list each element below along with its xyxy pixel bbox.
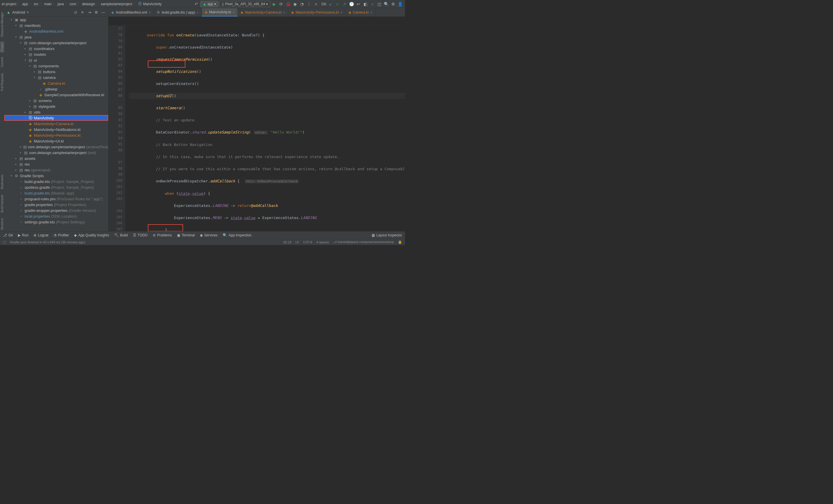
tree-item-gradle-wrapper-properties[interactable]: ▫gradle-wrapper.properties (Gradle Versi… xyxy=(4,207,108,213)
avd-manager-icon[interactable]: ◧ xyxy=(362,1,368,7)
close-icon[interactable]: × xyxy=(233,10,235,14)
tree-item-res-generated[interactable]: ▸▤res (generated) xyxy=(4,167,108,173)
back-icon[interactable]: ↶ xyxy=(193,1,199,7)
tree-item-java[interactable]: ▾▤java xyxy=(4,34,108,40)
breadcrumb[interactable]: er-project〉 app〉 src〉 main〉 java〉 com〉 d… xyxy=(2,1,162,6)
tree-item-main-activity[interactable]: ⒸMainActivity xyxy=(4,115,108,121)
bottom-app-inspection[interactable]: 🔍App Inspection xyxy=(223,233,251,237)
tree-item-models[interactable]: ▸▤models xyxy=(4,51,108,57)
code-content[interactable]: override fun onCreate(savedInstanceState… xyxy=(125,25,405,231)
close-icon[interactable]: × xyxy=(371,11,372,14)
run-config-selector[interactable]: ▲ app ▾ xyxy=(200,1,219,7)
debug-icon[interactable]: 🐞 xyxy=(285,1,291,7)
tree-item-screens[interactable]: ▸▤screens xyxy=(4,98,108,103)
tree-item-main-activity-notifications[interactable]: ◆MainActivity+Notifications.kt xyxy=(4,127,108,132)
lock-icon[interactable]: 🔒 xyxy=(398,240,402,244)
run-icon[interactable]: ▶ xyxy=(271,1,277,7)
tree-item-utils[interactable]: ▸▤utils xyxy=(4,109,108,115)
tree-item-main-activity-ui[interactable]: ◆MainActivity+UI.kt xyxy=(4,138,108,144)
status-icon[interactable]: ▢ xyxy=(3,240,6,244)
select-opened-file-icon[interactable]: ⊙ xyxy=(73,10,78,15)
breadcrumb-segment[interactable]: com xyxy=(70,2,76,6)
bottom-layout-inspector[interactable]: ▦Layout Inspector xyxy=(372,233,402,237)
left-tab-build-variants[interactable]: Build Variants xyxy=(0,194,4,213)
tree-item-spotless-gradle[interactable]: ▫spotless.gradle (Project: Sample_Projec… xyxy=(4,184,108,190)
tree-item-build-gradle-module[interactable]: ▫build.gradle.kts (Module :app) xyxy=(4,190,108,196)
tree-item-assets[interactable]: ▸▤assets xyxy=(4,155,108,161)
git-update-icon[interactable]: ↙ xyxy=(327,1,334,7)
bottom-problems[interactable]: ⊘Problems xyxy=(153,233,172,237)
tree-item-package-androidtest[interactable]: ▸▤com.delasign.samplestarterproject (and… xyxy=(4,144,108,150)
left-tab-resource-manager[interactable]: Resource Manager xyxy=(0,11,4,38)
close-icon[interactable]: × xyxy=(283,11,285,14)
resource-manager-icon[interactable]: ◫ xyxy=(376,1,382,7)
breadcrumb-segment[interactable]: src xyxy=(34,2,39,6)
code-editor[interactable]: 777879808182838485868788 899091929394959… xyxy=(109,25,405,231)
bottom-logcat[interactable]: ≣Logcat xyxy=(33,233,48,237)
left-tab-bookmarks[interactable]: Bookmarks xyxy=(0,173,4,190)
project-view-name[interactable]: Android xyxy=(12,10,25,15)
cursor-position[interactable]: 82:18 xyxy=(283,241,291,244)
avatar-icon[interactable]: 👤 xyxy=(397,1,403,7)
git-history-icon[interactable]: 🕐 xyxy=(348,1,355,7)
project-tree[interactable]: ▾▣app ▾▤manifests ◈AndroidManifest.xml ▾… xyxy=(4,17,108,231)
tree-item-sample-composable[interactable]: ◆SampleComposableWithReceiver.kt xyxy=(4,92,108,98)
tree-item-app[interactable]: ▾▣app xyxy=(4,17,108,23)
indent-setting[interactable]: 4 spaces xyxy=(316,241,329,244)
git-rollback-icon[interactable]: ↩ xyxy=(355,1,361,7)
tree-item-main-activity-camera[interactable]: ◆MainActivity+Camera.kt xyxy=(4,121,108,127)
tree-item-components[interactable]: ▾▤components xyxy=(4,63,108,69)
profile-icon[interactable]: ◔ xyxy=(299,1,305,7)
settings-icon[interactable]: ⚙ xyxy=(94,10,99,15)
left-tab-structure[interactable]: Structure xyxy=(0,217,4,231)
stop-icon[interactable]: ■ xyxy=(313,1,319,7)
bottom-services[interactable]: ◉Services xyxy=(200,233,217,237)
line-gutter[interactable]: 777879808182838485868788 899091929394959… xyxy=(109,25,125,231)
tree-item-manifests[interactable]: ▾▤manifests xyxy=(4,23,108,28)
branch-widget[interactable]: ⎇ tutorial/jetpack-compose/camerax/setup xyxy=(333,240,394,244)
tree-item-gradle-scripts[interactable]: ▾⚙Gradle Scripts xyxy=(4,173,108,179)
tree-item-build-gradle-project[interactable]: ▫build.gradle.kts (Project: Sample_Proje… xyxy=(4,179,108,184)
bottom-todo[interactable]: ☰TODO xyxy=(133,233,147,237)
left-tab-commit[interactable]: Commit xyxy=(0,56,4,68)
tab-main-activity[interactable]: ◆MainActivity.kt× xyxy=(202,8,238,17)
breadcrumb-segment[interactable]: main xyxy=(44,2,52,6)
bottom-terminal[interactable]: ▣Terminal xyxy=(177,233,195,237)
tab-camera-kt[interactable]: ◆Camera.kt× xyxy=(346,8,376,17)
line-separator[interactable]: LF xyxy=(295,241,299,244)
tree-item-android-manifest[interactable]: ◈AndroidManifest.xml xyxy=(4,28,108,34)
tree-item-proguard[interactable]: ▫proguard-rules.pro (ProGuard Rules for … xyxy=(4,196,108,202)
breadcrumb-segment[interactable]: er-project xyxy=(2,2,17,6)
left-tab-pull-requests[interactable]: Pull Requests xyxy=(0,72,4,92)
tree-item-gradle-properties[interactable]: ▫gradle.properties (Project Properties) xyxy=(4,202,108,207)
tab-main-activity-camera[interactable]: ◆MainActivity+Camera.kt× xyxy=(238,8,288,17)
bottom-app-quality[interactable]: ◆App Quality Insights xyxy=(74,233,109,237)
expand-all-icon[interactable]: ≡ xyxy=(80,10,85,15)
bottom-git[interactable]: ⎇Git xyxy=(3,233,13,237)
tree-item-buttons[interactable]: ▸▤buttons xyxy=(4,69,108,75)
git-push-icon[interactable]: ↗ xyxy=(341,1,348,7)
tree-item-package[interactable]: ▾▤com.delasign.samplestarterproject xyxy=(4,40,108,46)
tab-android-manifest[interactable]: ◈AndroidManifest.xml× xyxy=(109,8,154,17)
tree-item-camera-kt[interactable]: ◆Camera.kt xyxy=(4,80,108,86)
left-tab-project[interactable]: Project xyxy=(0,41,4,53)
apply-changes-icon[interactable]: ⟳ xyxy=(278,1,284,7)
close-icon[interactable]: × xyxy=(197,11,199,14)
tree-item-gitkeep[interactable]: ▫.gitkeep xyxy=(4,86,108,92)
tree-item-ui[interactable]: ▾▤ui xyxy=(4,57,108,63)
tree-item-package-test[interactable]: ▸▤com.delasign.samplestarterproject (tes… xyxy=(4,150,108,155)
tree-item-local-properties[interactable]: ▫local.properties (SDK Location) xyxy=(4,213,108,219)
tree-item-styleguide[interactable]: ▸▤styleguide xyxy=(4,103,108,109)
tree-item-camera-folder[interactable]: ▾▤camera xyxy=(4,75,108,80)
bottom-run[interactable]: ▶Run xyxy=(18,233,28,237)
close-icon[interactable]: × xyxy=(340,11,342,14)
chevron-down-icon[interactable]: ▾ xyxy=(27,10,29,15)
tree-item-res[interactable]: ▸▤res xyxy=(4,161,108,167)
sdk-manager-icon[interactable]: ▫ xyxy=(369,1,376,7)
search-icon[interactable]: 🔍 xyxy=(383,1,389,7)
close-icon[interactable]: × xyxy=(149,11,151,14)
breadcrumb-segment[interactable]: java xyxy=(57,2,64,6)
breadcrumb-segment[interactable]: MainActivity xyxy=(143,2,162,6)
hide-icon[interactable]: — xyxy=(101,10,106,15)
coverage-icon[interactable]: ◉ xyxy=(292,1,298,7)
